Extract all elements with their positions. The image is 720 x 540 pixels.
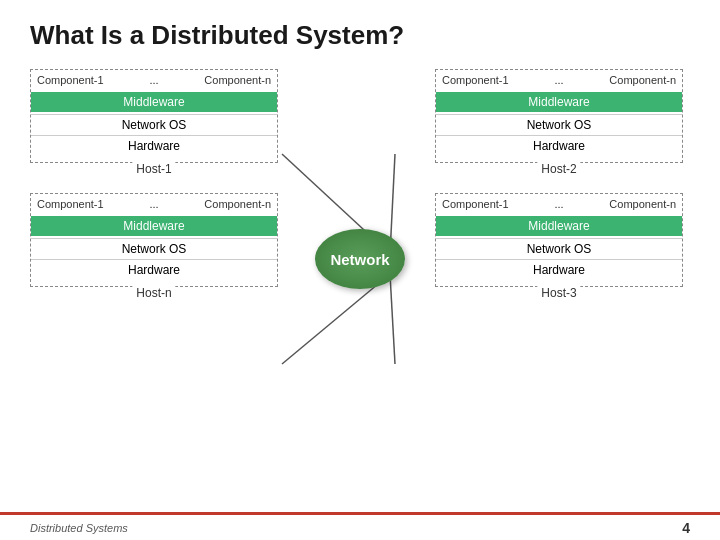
host1-network-os: Network OS (31, 114, 277, 136)
host1-componentn-label: Component-n (204, 74, 271, 86)
hostn-component1-label: Component-1 (37, 198, 104, 210)
hostn-dots: ... (108, 198, 201, 210)
host2-componentn-label: Component-n (609, 74, 676, 86)
svg-line-3 (390, 274, 395, 364)
host3-box: Component-1 ... Component-n Middleware N… (435, 193, 683, 287)
host3-componentn-label: Component-n (609, 198, 676, 210)
hostn-hardware: Hardware (31, 260, 277, 280)
footer-page: 4 (682, 520, 690, 536)
host3-dots: ... (513, 198, 606, 210)
host2-box: Component-1 ... Component-n Middleware N… (435, 69, 683, 163)
host1-middleware: Middleware (31, 92, 277, 112)
host2-component-row: Component-1 ... Component-n (436, 70, 682, 90)
slide: What Is a Distributed System? Component-… (0, 0, 720, 540)
right-hosts-column: Component-1 ... Component-n Middleware N… (435, 69, 690, 287)
host2-component1-label: Component-1 (442, 74, 509, 86)
host1-component-row: Component-1 ... Component-n (31, 70, 277, 90)
host2-network-os: Network OS (436, 114, 682, 136)
hostn-component-row: Component-1 ... Component-n (31, 194, 277, 214)
host3-hardware: Hardware (436, 260, 682, 280)
host3-component-row: Component-1 ... Component-n (436, 194, 682, 214)
left-hosts-column: Component-1 ... Component-n Middleware N… (30, 69, 285, 287)
host3-component1-label: Component-1 (442, 198, 509, 210)
page-title: What Is a Distributed System? (30, 20, 690, 51)
footer-title: Distributed Systems (30, 522, 128, 534)
footer: Distributed Systems 4 (0, 512, 720, 540)
host2-hardware: Hardware (436, 136, 682, 156)
host1-label: Host-1 (132, 162, 175, 176)
host1-dots: ... (108, 74, 201, 86)
hostn-network-os: Network OS (31, 238, 277, 260)
host2-label: Host-2 (537, 162, 580, 176)
host3-middleware: Middleware (436, 216, 682, 236)
content-layout: Component-1 ... Component-n Middleware N… (30, 69, 690, 449)
hostn-middleware: Middleware (31, 216, 277, 236)
host3-label: Host-3 (537, 286, 580, 300)
network-label: Network (315, 229, 405, 289)
hostn-label: Host-n (132, 286, 175, 300)
host2-dots: ... (513, 74, 606, 86)
host1-component1-label: Component-1 (37, 74, 104, 86)
hostn-componentn-label: Component-n (204, 198, 271, 210)
host3-network-os: Network OS (436, 238, 682, 260)
host1-box: Component-1 ... Component-n Middleware N… (30, 69, 278, 163)
host1-hardware: Hardware (31, 136, 277, 156)
host2-middleware: Middleware (436, 92, 682, 112)
hostn-box: Component-1 ... Component-n Middleware N… (30, 193, 278, 287)
